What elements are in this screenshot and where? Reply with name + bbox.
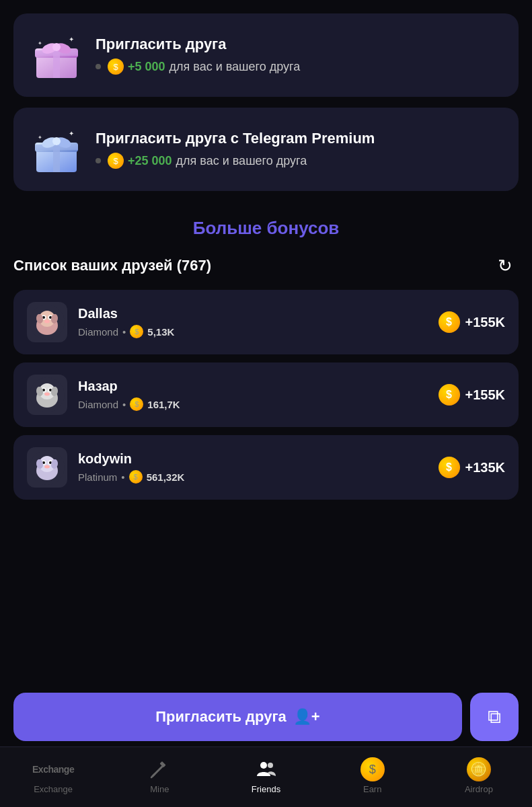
friend-coins-nazar: 161,7K [147, 399, 180, 410]
friend-level-nazar: Diamond • $ 161,7K [78, 397, 428, 411]
friend-name-dallas: Dallas [78, 306, 428, 321]
friend-avatar-dallas [27, 302, 67, 342]
exchange-label: Exchange [34, 784, 73, 794]
reward-coin-dallas: $ [439, 311, 460, 333]
friend-name-nazar: Назар [78, 379, 428, 394]
svg-point-51 [260, 762, 267, 769]
reward-text-1: для вас и вашего друга [169, 60, 301, 74]
invite-premium-title: Пригласить друга с Telegram Premium [96, 130, 502, 147]
exchange-icon: Exchange [32, 757, 74, 781]
svg-point-15 [52, 137, 61, 145]
reward-coin-kodywin: $ [439, 457, 460, 478]
main-content: ✦ ✦ Пригласить друга $ +5 000 для вас и … [0, 0, 532, 682]
invite-premium-reward: $ +25 000 для вас и вашего друга [96, 153, 502, 169]
airdrop-icon: 🪙 [467, 757, 491, 781]
friend-level-text-kodywin: Platinum [78, 471, 117, 483]
friend-info-dallas: Dallas Diamond • $ 5,13K [78, 306, 428, 338]
invite-button-label: Пригласить друга [155, 708, 287, 726]
svg-rect-12 [35, 145, 78, 150]
friend-item-kodywin[interactable]: kodywin Platinum • $ 561,32K $ +135K [13, 435, 519, 500]
copy-icon: ⧉ [488, 706, 501, 728]
friend-name-kodywin: kodywin [78, 451, 428, 467]
bybit-logo: Exchange [32, 765, 74, 774]
nav-item-exchange[interactable]: Exchange Exchange [0, 757, 106, 794]
reward-text-2: для вас и вашего друга [176, 154, 307, 168]
nav-item-airdrop[interactable]: 🪙 Airdrop [426, 757, 532, 794]
dot-kodywin: • [121, 471, 124, 483]
friend-reward-kodywin: $ +135K [439, 457, 506, 478]
svg-point-45 [44, 465, 50, 469]
screen: ✦ ✦ Пригласить друга $ +5 000 для вас и … [0, 0, 532, 807]
bullet-2 [96, 158, 101, 163]
invite-friend-card[interactable]: ✦ ✦ Пригласить друга $ +5 000 для вас и … [13, 13, 519, 97]
earn-label: Earn [363, 784, 381, 794]
coin-nazar: $ [130, 397, 143, 411]
invite-premium-text: Пригласить друга с Telegram Premium $ +2… [96, 130, 502, 169]
copy-link-button[interactable]: ⧉ [470, 693, 519, 741]
friend-level-dallas: Diamond • $ 5,13K [78, 325, 428, 338]
svg-rect-49 [160, 761, 166, 767]
invite-user-icon: 👤+ [293, 708, 320, 726]
invite-friend-text: Пригласить друга $ +5 000 для вас и ваше… [96, 36, 502, 75]
reward-amount-kodywin: +135K [465, 460, 506, 475]
airdrop-coin-icon: 🪙 [467, 757, 491, 781]
mine-label: Mine [150, 784, 169, 794]
svg-line-50 [151, 774, 155, 777]
reward-amount-dallas: +155K [465, 315, 506, 330]
bullet-1 [96, 64, 101, 69]
reward-amount-1: +5 000 [128, 60, 165, 74]
refresh-icon: ↻ [498, 256, 512, 276]
svg-text:✦: ✦ [38, 40, 42, 46]
friend-level-kodywin: Platinum • $ 561,32K [78, 470, 428, 484]
coin-icon-2: $ [108, 153, 124, 169]
refresh-button[interactable]: ↻ [492, 252, 519, 279]
svg-point-25 [44, 320, 50, 323]
invite-premium-card[interactable]: ✦ ✦ Пригласить друга с Telegram Premium … [13, 108, 519, 191]
friends-list: Dallas Diamond • $ 5,13K $ +155K [13, 290, 519, 500]
invite-action-section: Пригласить друга 👤+ ⧉ [0, 682, 532, 746]
friend-info-nazar: Назар Diamond • $ 161,7K [78, 379, 428, 411]
invite-friend-reward: $ +5 000 для вас и вашего друга [96, 59, 502, 75]
bottom-navigation: Exchange Exchange Mine [0, 746, 532, 807]
more-bonuses-section[interactable]: Больше бонусов [13, 202, 519, 252]
friend-level-text-nazar: Diamond [78, 399, 118, 410]
friend-item-dallas[interactable]: Dallas Diamond • $ 5,13K $ +155K [13, 290, 519, 354]
friend-avatar-kodywin [27, 447, 67, 488]
coin-dallas: $ [130, 325, 143, 338]
friend-info-kodywin: kodywin Platinum • $ 561,32K [78, 451, 428, 484]
reward-amount-2: +25 000 [128, 154, 172, 168]
nav-item-friends[interactable]: Friends [213, 757, 319, 794]
invite-friend-button[interactable]: Пригласить друга 👤+ [13, 693, 462, 741]
nav-item-mine[interactable]: Mine [106, 757, 213, 794]
svg-rect-3 [35, 50, 78, 56]
earn-icon: $ [360, 757, 385, 781]
svg-text:✦: ✦ [69, 130, 74, 137]
friend-coins-dallas: 5,13K [147, 326, 174, 338]
earn-coin-icon: $ [360, 757, 385, 781]
friends-icon [256, 757, 277, 781]
friends-label: Friends [252, 784, 280, 794]
svg-point-6 [52, 43, 61, 51]
mine-icon [150, 757, 169, 781]
friend-reward-dallas: $ +155K [439, 311, 506, 333]
friend-item-nazar[interactable]: Назар Diamond • $ 161,7K $ +155K [13, 362, 519, 427]
svg-point-52 [268, 763, 273, 768]
more-bonuses-label: Больше бонусов [193, 218, 340, 238]
invite-friend-title: Пригласить друга [96, 36, 502, 53]
coin-icon-1: $ [108, 59, 124, 75]
coin-kodywin: $ [129, 470, 143, 484]
friends-list-header: Список ваших друзей (767) ↻ [13, 252, 519, 279]
gift-icon-2: ✦ ✦ [30, 122, 83, 176]
reward-coin-nazar: $ [439, 384, 460, 406]
svg-point-35 [44, 393, 50, 396]
dot-dallas: • [122, 326, 126, 338]
svg-text:✦: ✦ [38, 134, 42, 141]
friend-level-text-dallas: Diamond [78, 326, 118, 338]
svg-text:✦: ✦ [69, 36, 74, 43]
friends-list-title: Список ваших друзей (767) [13, 257, 211, 274]
dot-nazar: • [122, 399, 126, 410]
nav-item-earn[interactable]: $ Earn [319, 757, 426, 794]
reward-amount-nazar: +155K [465, 387, 506, 403]
friend-coins-kodywin: 561,32K [147, 471, 185, 483]
airdrop-label: Airdrop [465, 784, 493, 794]
